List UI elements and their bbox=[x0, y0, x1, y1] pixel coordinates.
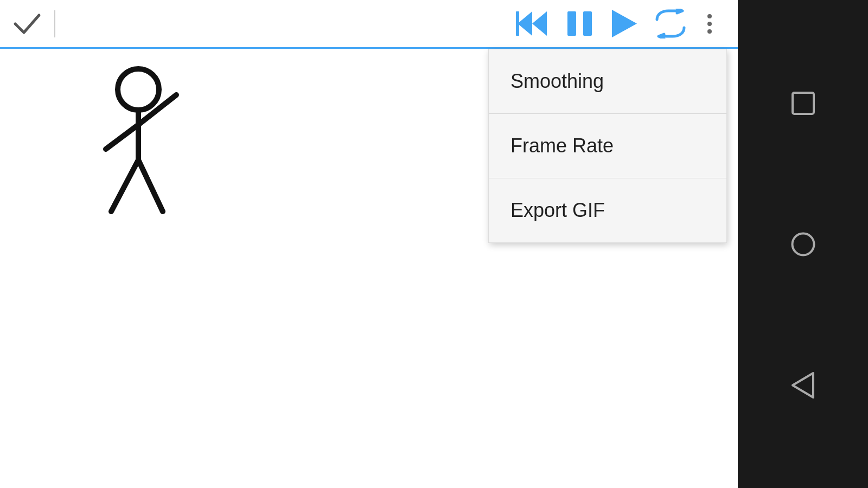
svg-rect-12 bbox=[793, 93, 814, 114]
svg-line-11 bbox=[111, 160, 138, 211]
dot bbox=[707, 14, 712, 18]
home-button[interactable] bbox=[788, 229, 818, 259]
dot bbox=[707, 29, 712, 34]
menu-item-export-gif[interactable]: Export GIF bbox=[489, 178, 726, 242]
dot bbox=[707, 22, 712, 26]
toolbar bbox=[0, 0, 738, 49]
back-button[interactable] bbox=[789, 370, 816, 400]
toolbar-controls bbox=[516, 9, 716, 38]
rewind-button[interactable] bbox=[516, 9, 548, 38]
svg-point-6 bbox=[118, 69, 159, 110]
more-options-button[interactable] bbox=[703, 10, 716, 38]
android-nav-bar bbox=[738, 0, 868, 488]
svg-line-9 bbox=[106, 125, 138, 149]
svg-marker-5 bbox=[612, 10, 637, 37]
pause-button[interactable] bbox=[565, 9, 595, 38]
svg-line-10 bbox=[138, 160, 163, 211]
svg-marker-1 bbox=[532, 11, 547, 36]
dropdown-menu: Smoothing Frame Rate Export GIF bbox=[488, 49, 727, 243]
toolbar-divider bbox=[54, 10, 55, 37]
menu-item-smoothing[interactable]: Smoothing bbox=[489, 49, 726, 114]
recent-apps-button[interactable] bbox=[788, 88, 818, 118]
menu-item-frame-rate[interactable]: Frame Rate bbox=[489, 114, 726, 178]
svg-rect-4 bbox=[583, 11, 592, 36]
app-area: Smoothing Frame Rate Export GIF bbox=[0, 0, 738, 488]
svg-marker-0 bbox=[518, 11, 532, 36]
svg-rect-2 bbox=[516, 11, 519, 36]
check-button[interactable] bbox=[11, 8, 43, 40]
svg-marker-14 bbox=[793, 373, 813, 397]
canvas-area: Smoothing Frame Rate Export GIF bbox=[0, 49, 738, 488]
play-button[interactable] bbox=[611, 9, 638, 38]
svg-point-13 bbox=[792, 233, 814, 255]
svg-rect-3 bbox=[567, 11, 576, 36]
stick-figure bbox=[92, 65, 201, 222]
repeat-button[interactable] bbox=[654, 9, 687, 38]
